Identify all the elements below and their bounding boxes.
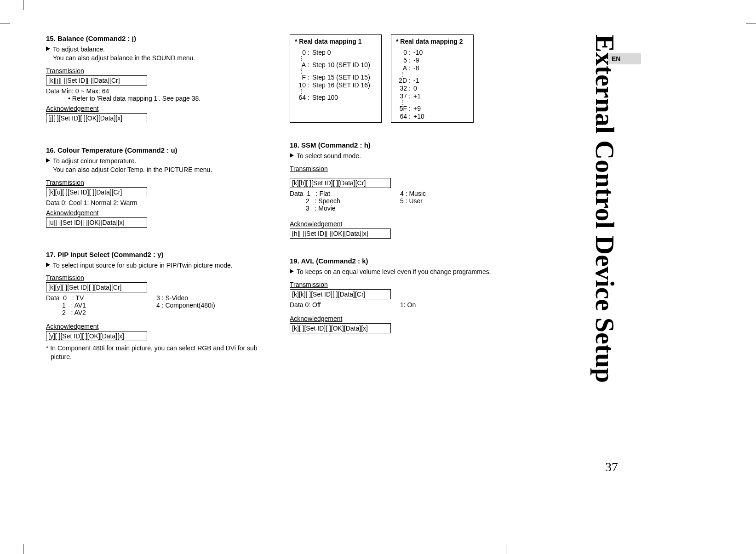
map-key: 32 [396, 85, 409, 92]
mapping-boxes: * Real data mapping 1 0:Step 0 A:Step 10… [290, 34, 510, 123]
map-title: * Real data mapping 2 [396, 38, 469, 45]
section-title: 17. PIP Input Select (Command2 : y) [46, 251, 267, 258]
map-val: -10 [412, 49, 469, 56]
ack-code: [j][ ][Set ID][ ][OK][Data][x] [46, 113, 147, 123]
language-tab: EN [608, 53, 641, 64]
ack-code: [u][ ][Set ID][ ][OK][Data][x] [46, 217, 147, 228]
data-opt: Data 1 : Flat [290, 190, 400, 197]
map-val: +9 [412, 105, 469, 112]
right-column: * Real data mapping 1 0:Step 0 A:Step 10… [290, 34, 510, 379]
data-opt: 5 : User [400, 197, 492, 205]
transmission-label: Transmission [46, 179, 84, 186]
transmission-code: [k][k][ ][Set ID][ ][Data][Cr] [290, 289, 391, 299]
map-key: 2D [396, 77, 409, 84]
data-opt: 4 : Music [400, 190, 492, 197]
map-val: Step 0 [311, 49, 377, 56]
data-note: Refer to 'Real data mapping 1'. See page… [68, 95, 267, 102]
transmission-code: [k][j][ ][Set ID][ ][Data][Cr] [46, 75, 147, 86]
page-content: 15. Balance (Command2 : j) To adjust bal… [46, 34, 561, 476]
vdots-icon [295, 57, 308, 61]
data-values: Data 0: Off 1: On [290, 301, 510, 308]
data-opt: Data 0 : TV [46, 294, 156, 302]
section-17-pip-input: 17. PIP Input Select (Command2 : y) To s… [46, 251, 267, 362]
ack-code: [k][ ][Set ID][ ][OK][Data][x] [290, 323, 391, 333]
footnote: * In Component 480i for main picture, yo… [46, 344, 267, 361]
section-title: 15. Balance (Command2 : j) [46, 34, 267, 42]
data-opt: 4 : Component(480i) [156, 302, 248, 309]
map-key: 5F [396, 105, 409, 112]
map-val: +10 [412, 113, 469, 120]
ack-code: [h][ ][Set ID][ ][OK][Data][x] [290, 228, 391, 239]
map-val: 0 [412, 85, 469, 92]
map-title: * Real data mapping 1 [295, 38, 377, 45]
section-18-ssm: 18. SSM (Command2 : h) To select sound m… [290, 141, 510, 239]
data-line: Data 0: Cool 1: Normal 2: Warm [46, 199, 267, 206]
section-desc: To adjust colour temperature. [53, 157, 212, 166]
vdots-icon [396, 100, 409, 104]
section-19-avl: 19. AVL (Command2 : k) To keeps on an eq… [290, 257, 510, 333]
data-opt: 1 : AV1 [46, 302, 156, 309]
data-opt: 3 : Movie [290, 205, 400, 212]
section-desc-sub: You can also adjust balance in the SOUND… [53, 54, 195, 63]
map-val: -8 [412, 64, 469, 72]
ack-label: Acknowledgement [46, 323, 98, 330]
map-val: Step 10 (SET ID 10) [311, 61, 377, 69]
vdots-icon [396, 72, 409, 76]
transmission-code: [k][h][ ][Set ID][ ][Data][Cr] [290, 178, 391, 188]
map-key: 64 [396, 113, 409, 120]
section-desc: To adjust balance. [53, 45, 195, 54]
map-key: 5 [396, 57, 409, 64]
data-line: Data Min: 0 ~ Max: 64 [46, 87, 267, 95]
crop-mark [23, 0, 23, 10]
ack-label: Acknowledgement [290, 220, 342, 228]
map-val: -1 [412, 77, 469, 84]
map-key: F [295, 74, 308, 81]
transmission-label: Transmission [46, 67, 84, 74]
vdots-icon [295, 69, 308, 73]
ack-code: [y][ ][Set ID][ ][OK][Data][x] [46, 331, 147, 341]
transmission-code: [k][y][ ][Set ID][ ][Data][Cr] [46, 282, 147, 292]
section-desc: To select input source for sub picture i… [53, 261, 233, 270]
ack-label: Acknowledgement [46, 209, 98, 217]
data-opt: 1: On [400, 301, 492, 308]
transmission-code: [k][u][ ][Set ID][ ][Data][Cr] [46, 187, 147, 197]
transmission-label: Transmission [46, 274, 84, 281]
section-title: 18. SSM (Command2 : h) [290, 141, 510, 149]
section-15-balance: 15. Balance (Command2 : j) To adjust bal… [46, 34, 267, 123]
section-desc-sub: You can also adjust Color Temp. in the P… [53, 166, 212, 174]
section-16-colour-temp: 16. Colour Temperature (Command2 : u) To… [46, 146, 267, 228]
real-data-mapping-1: * Real data mapping 1 0:Step 0 A:Step 10… [290, 34, 382, 123]
section-title: 16. Colour Temperature (Command2 : u) [46, 146, 267, 154]
transmission-label: Transmission [290, 281, 328, 288]
map-val: Step 16 (SET ID 16) [311, 81, 377, 89]
crop-mark [0, 23, 10, 23]
map-val: Step 15 (SET ID 15) [311, 74, 377, 81]
real-data-mapping-2: * Real data mapping 2 0:-10 5:-9 A:-8 2D… [391, 34, 474, 123]
play-icon [290, 269, 294, 274]
map-val: Step 100 [311, 94, 377, 101]
data-opt: 3 : S-Video [156, 294, 248, 302]
crop-mark [23, 544, 23, 554]
play-icon [46, 158, 50, 163]
side-title: External Control Device Setup [591, 34, 618, 383]
left-column: 15. Balance (Command2 : j) To adjust bal… [46, 34, 267, 379]
crop-mark [506, 544, 506, 554]
map-key: 0 [396, 49, 409, 56]
data-values: Data 0 : TV 3 : S-Video 1 : AV1 4 : Comp… [46, 294, 267, 316]
section-desc: To keeps on an equal volume level even i… [297, 268, 491, 276]
map-key: 64 [295, 94, 308, 101]
play-icon [46, 263, 50, 267]
data-opt: 2 : AV2 [46, 309, 156, 316]
section-title: 19. AVL (Command2 : k) [290, 257, 510, 265]
crop-mark [746, 23, 756, 23]
map-val: -9 [412, 57, 469, 64]
ack-label: Acknowledgement [290, 315, 342, 322]
vdots-icon [295, 89, 308, 93]
data-opt: Data 0: Off [290, 301, 400, 308]
data-opt: 2 : Speech [290, 197, 400, 205]
map-val: +1 [412, 92, 469, 100]
page-number: 37 [605, 460, 618, 474]
ack-label: Acknowledgement [46, 105, 98, 112]
data-values: Data 1 : Flat 4 : Music 2 : Speech 5 : U… [290, 190, 510, 212]
play-icon [290, 153, 294, 158]
